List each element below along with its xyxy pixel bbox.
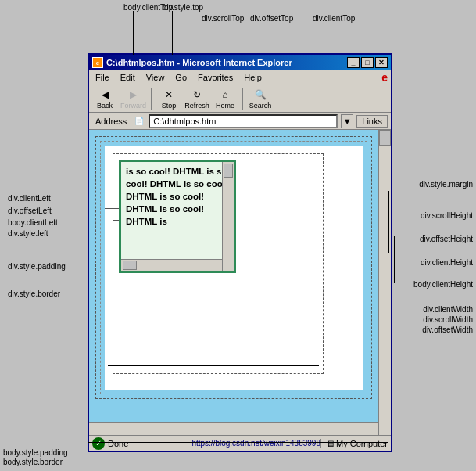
address-dropdown[interactable]: ▼ [341, 114, 353, 128]
div-client-left-line [113, 220, 119, 221]
menu-favorites[interactable]: Favorites [195, 72, 236, 83]
address-page-icon: 📄 [133, 115, 145, 128]
label-body-style-border: body.style.border [3, 458, 63, 466]
search-button[interactable]: 🔍 Search [248, 88, 273, 110]
ie-hscroll[interactable] [89, 422, 378, 435]
ie-vscroll[interactable] [378, 130, 391, 435]
label-div-offset-height: div.offsetHeight [420, 235, 473, 243]
back-icon: ◀ [96, 88, 113, 102]
back-label: Back [97, 102, 113, 110]
ie-logo-icon: e [381, 71, 388, 84]
body-offset-width-arrow-full [88, 442, 388, 443]
label-div-client-height: div.clientHeight [421, 258, 473, 267]
toolbar: ◀ Back ▶ Forward ✕ Stop ↻ Refresh ⌂ Home… [89, 84, 391, 113]
label-body-client-left: body.clientLeft [8, 218, 58, 227]
scroll-div-vthumb[interactable] [224, 164, 233, 178]
body-client-top-arrow [133, 11, 134, 55]
home-label: Home [216, 102, 234, 110]
menu-go[interactable]: Go [172, 72, 190, 83]
label-div-scroll-width: div.scrollWidth [423, 315, 473, 324]
div-offset-left-line [105, 208, 119, 209]
label-body-client-height: body.clientHeight [413, 280, 473, 289]
stop-button[interactable]: ✕ Stop [156, 88, 181, 110]
label-div-style-left: div.style.left [8, 229, 48, 238]
search-label: Search [249, 102, 272, 110]
label-div-style-top: div.style.top [163, 3, 203, 12]
menu-edit[interactable]: Edit [117, 72, 138, 83]
body-offset-width-line [108, 365, 319, 366]
maximize-button[interactable]: □ [361, 57, 374, 68]
label-div-offset-left: div.offsetLeft [8, 207, 52, 215]
menu-file[interactable]: File [92, 72, 113, 83]
refresh-label: Refresh [184, 102, 209, 110]
status-url: https://blog.csdn.net/weixin14383998 [191, 439, 320, 448]
label-div-style-border: div.style.border [8, 289, 60, 298]
forward-icon: ▶ [125, 88, 142, 102]
title-bar: e C:\dhtmlpos.htm - Microsoft Internet E… [89, 55, 391, 70]
label-div-style-margin: div.style.margin [419, 180, 473, 189]
label-body-style-padding: body.style.padding [3, 448, 68, 457]
home-button[interactable]: ⌂ Home [213, 88, 238, 110]
label-div-scroll-top: div.scrollTop [202, 14, 244, 23]
scroll-div-hthumb[interactable] [123, 261, 137, 270]
label-div-client-top-right: div.clientTop [313, 14, 355, 23]
title-bar-text: C:\dhtmlpos.htm - Microsoft Internet Exp… [106, 58, 292, 67]
search-icon: 🔍 [252, 88, 269, 102]
zone-icon: 🖥 [326, 439, 335, 448]
label-div-client-left: div.clientLeft [8, 194, 51, 203]
div-style-top-arrow [172, 11, 173, 55]
stop-label: Stop [162, 102, 177, 110]
div-offset-height-arrow [394, 236, 395, 283]
div-scroll-height-arrow [388, 191, 389, 253]
toolbar-separator-1 [151, 88, 152, 110]
toolbar-separator-2 [242, 88, 243, 110]
label-div-style-padding: div.style.padding [8, 262, 66, 271]
forward-button[interactable]: ▶ Forward [120, 88, 146, 110]
content-wrapper: is so cool! DHTML is so cool! DHTML is s… [89, 130, 378, 422]
status-bar: ✓ Done https://blog.csdn.net/weixin14383… [89, 435, 391, 451]
label-div-offset-top: div.offsetTop [250, 14, 293, 23]
refresh-button[interactable]: ↻ Refresh [184, 88, 209, 110]
address-bar: Address 📄 ▼ Links [89, 113, 391, 130]
content-area: is so cool! DHTML is so cool! DHTML is s… [89, 130, 378, 422]
scroll-div-hscroll[interactable] [121, 259, 222, 271]
label-div-offset-width: div.offsetWidth [422, 325, 473, 334]
body-client-width-arrow-full [88, 430, 381, 430]
scroll-div[interactable]: is so cool! DHTML is so cool! DHTML is s… [119, 160, 236, 273]
ie-icon: e [92, 57, 103, 68]
status-text: Done [108, 439, 191, 448]
label-div-scroll-height: div.scrollHeight [421, 211, 473, 220]
forward-label: Forward [120, 102, 146, 110]
title-bar-buttons: _ □ ✕ [347, 57, 388, 68]
menu-view[interactable]: View [143, 72, 168, 83]
status-zone: 🖥 My Computer [320, 439, 388, 448]
address-input[interactable] [149, 114, 338, 128]
label-div-client-width: div.clientWidth [423, 305, 473, 314]
done-icon: ✓ [92, 437, 105, 450]
scroll-div-vscroll[interactable] [222, 162, 234, 271]
minimize-button[interactable]: _ [347, 57, 360, 68]
zone-text: My Computer [336, 439, 388, 448]
home-icon: ⌂ [217, 88, 234, 102]
body-client-width-line [113, 358, 316, 358]
stop-icon: ✕ [160, 88, 177, 102]
ie-vscroll-thumb[interactable] [379, 130, 391, 146]
menu-help[interactable]: Help [241, 72, 265, 83]
scroll-div-text: is so cool! DHTML is so cool! DHTML is s… [121, 162, 234, 231]
scroll-div-content: is so cool! DHTML is so cool! DHTML is s… [121, 162, 234, 271]
title-bar-left: e C:\dhtmlpos.htm - Microsoft Internet E… [92, 57, 292, 68]
back-button[interactable]: ◀ Back [92, 88, 117, 110]
links-button[interactable]: Links [356, 115, 388, 128]
body-white-area: is so cool! DHTML is so cool! DHTML is s… [105, 146, 363, 390]
address-label: Address [92, 116, 130, 127]
close-button[interactable]: ✕ [375, 57, 388, 68]
refresh-icon: ↻ [188, 88, 206, 102]
ie-window[interactable]: e C:\dhtmlpos.htm - Microsoft Internet E… [88, 53, 392, 452]
menu-bar: File Edit View Go Favorites Help e [89, 70, 391, 84]
